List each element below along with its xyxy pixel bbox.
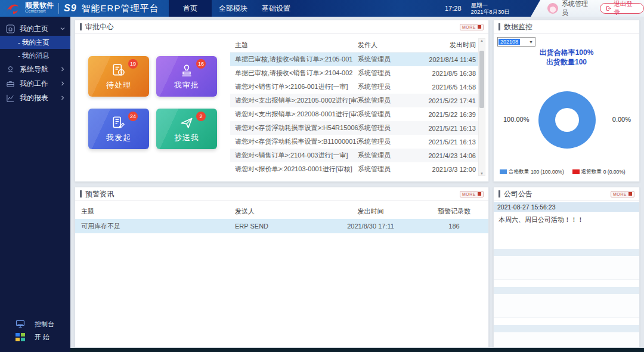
scrollbar-thumb[interactable] <box>479 51 484 108</box>
sidebar-item-label: 我的报表 <box>20 93 60 103</box>
tab-all-modules[interactable]: 全部模块 <box>212 0 255 17</box>
approval-center-header: 审批中心 MORE <box>75 20 488 34</box>
console-label: 控制台 <box>35 320 54 329</box>
clipboard-clock-icon <box>111 63 126 78</box>
card-pending[interactable]: 19 待处理 <box>88 56 149 97</box>
row-time: 2021/5/21 16:13 <box>413 125 478 132</box>
start-label: 开 始 <box>35 333 49 342</box>
shipment-qty-text: 出货数量100 <box>494 57 639 67</box>
approval-more-button[interactable]: MORE <box>460 24 484 30</box>
company-name: 顺景软件 Centersoft <box>25 2 54 14</box>
tab-base-settings-label: 基础设置 <box>262 4 290 14</box>
legend-detail: 0 (0.00%) <box>603 169 626 175</box>
start-button[interactable]: 开 始 <box>0 331 70 344</box>
sidebar-item-my-reports[interactable]: 我的报表 <box>0 91 70 105</box>
logout-button[interactable]: 退出登录 <box>600 3 644 14</box>
row-subject: 单据已审核,请接收<销售订单>:2105-001 <box>230 55 358 64</box>
table-row[interactable]: 请您对<存货浮动耗损率设置>:B11000001进行[审核] 系统管理员 202… <box>230 135 478 149</box>
empty-announcement-box <box>494 256 639 280</box>
console-button[interactable]: 控制台 <box>0 317 70 331</box>
approval-center-panel: 审批中心 MORE 19 待处理 <box>75 20 489 182</box>
tab-home[interactable]: 首页 <box>169 0 212 17</box>
card-my-approvals[interactable]: 16 我审批 <box>156 56 217 97</box>
row-subject: 请您对<销售订单>:2104-003进行[一审] <box>230 151 358 160</box>
chevron-right-icon <box>60 66 66 72</box>
table-row[interactable]: 请您对<存货浮动耗损率设置>:H54R15006002进行[审核] 系统管理员 … <box>230 121 478 135</box>
scroll-down-icon[interactable]: ▼ <box>480 172 484 175</box>
sidebar-item-system-nav[interactable]: 系统导航 <box>0 62 70 76</box>
erp-dashboard: 顺景软件 Centersoft S9 智能ERP管理平台 首页 全部模块 基础设… <box>0 0 644 352</box>
table-row[interactable]: 请您对<报价单>:202103-0001进行[审核] 系统管理员 2021/3/… <box>230 162 478 176</box>
more-icon <box>478 192 481 196</box>
main-content: 审批中心 MORE 19 待处理 <box>70 17 644 352</box>
sidebar: 我的主页 我的主页 我的消息 系统导航 <box>0 17 70 352</box>
sidebar-footer: 控制台 开 始 <box>0 317 70 344</box>
table-row[interactable]: 请您对<支出报销单>:202008-0001进行[审核] 系统管理员 2021/… <box>230 107 478 121</box>
sidebar-item-label: 我的主页 <box>20 24 60 34</box>
table-row[interactable]: 请您对<销售订单>:2106-001进行[一审] 系统管理员 2021/6/5 … <box>230 80 478 94</box>
period-value: 202108 <box>499 39 520 45</box>
table-row[interactable]: 请您对<支出报销单>:202105-0002进行[审核] 系统管理员 2021/… <box>230 94 478 107</box>
row-subject: 单据已审核,请接收<销售订单>:2104-002 <box>230 69 358 78</box>
title-accent-bar <box>80 190 82 197</box>
sidebar-item-my-work[interactable]: 我的工作 <box>0 76 70 91</box>
row-subject: 请您对<销售订单>:2106-001进行[一审] <box>230 82 358 91</box>
row-sender: 系统管理员 <box>358 151 413 160</box>
sidebar-subitem-my-messages[interactable]: 我的消息 <box>0 49 70 62</box>
card-initiated-by-me[interactable]: 24 我发起 <box>88 109 149 149</box>
data-monitor-panel: 数据监控 202108 ▼ 出货合格率100% 出货数量100 100.00% … <box>493 20 640 182</box>
sidebar-menu: 我的主页 我的主页 我的消息 系统导航 <box>0 17 70 105</box>
table-row[interactable]: 可用库存不足 ERP SEND 2021/8/30 17:11 186 <box>75 219 488 233</box>
row-sender: 系统管理员 <box>358 55 413 64</box>
company-name-cn: 顺景软件 <box>25 2 54 8</box>
clock: 17:28 <box>445 5 462 12</box>
home-icon <box>6 24 15 33</box>
more-label: MORE <box>613 192 627 196</box>
table-scrollbar[interactable]: ▲ ▼ <box>478 38 485 176</box>
row-subject: 请您对<支出报销单>:202105-0002进行[审核] <box>230 96 358 105</box>
alerts-more-button[interactable]: MORE <box>460 191 484 197</box>
tab-all-modules-label: 全部模块 <box>219 4 247 14</box>
top-bar: 顺景软件 Centersoft S9 智能ERP管理平台 首页 全部模块 基础设… <box>0 0 644 17</box>
sidebar-subitem-my-home[interactable]: 我的主页 <box>0 36 70 49</box>
scroll-up-icon[interactable]: ▲ <box>480 39 484 42</box>
app-title: 智能ERP管理平台 <box>82 3 159 14</box>
table-row[interactable]: 单据已审核,请接收<销售订单>:2105-001 系统管理员 2021/8/14… <box>230 53 478 66</box>
company-name-en: Centersoft <box>25 8 54 14</box>
logout-label: 退出登录 <box>614 0 639 17</box>
sidebar-item-label: 我的工作 <box>20 79 60 89</box>
tab-base-settings[interactable]: 基础设置 <box>255 0 298 17</box>
chevron-right-icon <box>60 95 66 101</box>
more-label: MORE <box>462 192 476 196</box>
announcements-more-button[interactable]: MORE <box>611 191 634 197</box>
row-subject: 请您对<支出报销单>:202008-0001进行[审核] <box>230 110 358 119</box>
legend-name: 退货数量 <box>581 168 602 175</box>
stamp-icon <box>179 63 194 78</box>
brand-area: 顺景软件 Centersoft S9 智能ERP管理平台 <box>5 0 159 17</box>
logout-icon <box>605 5 611 11</box>
period-select[interactable]: 202108 ▼ <box>497 37 535 47</box>
pending-count-badge: 19 <box>128 59 138 69</box>
row-sender: 系统管理员 <box>358 123 413 132</box>
more-icon <box>478 25 481 29</box>
announcements-header: 公司公告 MORE <box>494 187 639 201</box>
table-row[interactable]: 单据已审核,请接收<销售订单>:2104-002 系统管理员 2021/8/5 … <box>230 66 478 80</box>
title-accent-bar <box>499 190 500 197</box>
table-row[interactable]: 请您对<销售订单>:2104-003进行[一审] 系统管理员 2021/4/23… <box>230 149 478 162</box>
chart-legend: 合格数量 100 (100.00%) 退货数量 0 (0.00%) <box>500 168 626 175</box>
row-time: 2021/8/5 16:38 <box>413 70 478 77</box>
paper-plane-icon <box>179 115 194 131</box>
announcement-date[interactable]: 2021-08-27 15:56:23 <box>494 202 639 212</box>
announcement-body: 本周六、周日公司活动！！！ <box>499 216 584 223</box>
approval-table-header: 主题 发件人 发出时间 <box>230 38 478 53</box>
chart-icon <box>6 94 15 103</box>
announcements-panel: 公司公告 MORE 2021-08-27 15:56:23 本周六、周日公司活动… <box>493 187 640 348</box>
location-pin-icon <box>6 65 15 74</box>
user-avatar[interactable] <box>547 3 558 14</box>
donut-label-left: 100.00% <box>503 116 529 123</box>
col-subject: 主题 <box>75 207 235 216</box>
username: 系统管理员 <box>562 0 595 17</box>
row-time: 2021/3/3 12:00 <box>413 166 478 173</box>
card-cc-to-me[interactable]: 2 抄送我 <box>156 109 217 149</box>
sidebar-item-my-home[interactable]: 我的主页 <box>0 21 70 36</box>
